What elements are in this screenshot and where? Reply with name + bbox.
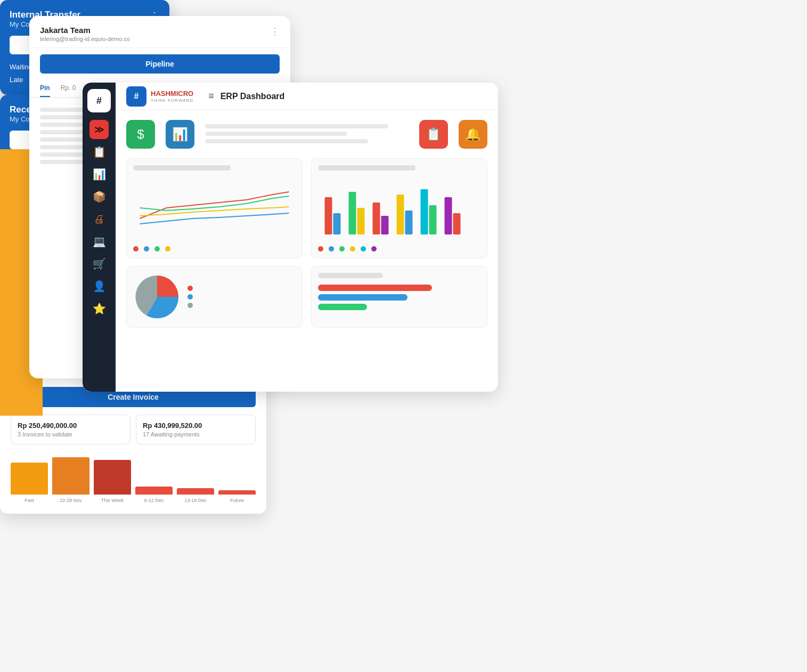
- invoice-amounts: Rp 250,490,000.00 3 Invoices to validate…: [11, 415, 256, 444]
- sidebar-icon-5[interactable]: 💻: [89, 232, 109, 251]
- sidebar-icon-active[interactable]: ≫: [89, 120, 109, 139]
- inv-label-6dec: 6-12 Dec: [144, 498, 164, 503]
- jakarta-title: Jakarta Team: [40, 26, 130, 35]
- metric-icon-doc: 📋: [419, 120, 448, 149]
- pipeline-button[interactable]: Pipeline: [40, 54, 280, 74]
- metric-icon-chart: 📊: [166, 120, 194, 149]
- line-chart-legend: [133, 246, 296, 252]
- h-bar-1: [318, 285, 480, 291]
- inv-bar-22nov-bar: [52, 457, 89, 495]
- erp-dashboard-title: ERP Dashboard: [221, 92, 285, 101]
- h-bar-3: [318, 304, 480, 310]
- svg-rect-5: [381, 216, 389, 234]
- pie-legend-2: [188, 294, 193, 299]
- inv-bar-22nov: [52, 457, 89, 495]
- jakarta-email: telering@trading-id.equio-demo.co: [40, 36, 130, 42]
- svg-rect-3: [357, 208, 365, 234]
- svg-rect-9: [429, 205, 437, 234]
- bar-chart-legend: [318, 246, 480, 252]
- sidebar-icon-2[interactable]: 📊: [89, 165, 109, 184]
- legend-dot-red: [133, 246, 138, 252]
- inv-label-13dec: 13-19 Dec: [184, 498, 207, 503]
- sidebar-icon-1[interactable]: 📋: [89, 142, 109, 161]
- svg-rect-10: [445, 197, 452, 234]
- bar-chart-svg: [318, 176, 480, 240]
- svg-rect-11: [453, 213, 461, 234]
- erp-logo: #: [87, 89, 111, 112]
- inv-bar-future-bar: [218, 490, 256, 495]
- bar-legend-dot-4: [350, 246, 355, 252]
- sidebar-icon-7[interactable]: 👤: [89, 277, 109, 296]
- line-chart-svg: [133, 176, 296, 240]
- jakarta-tab-rp[interactable]: Rp. 0: [61, 80, 76, 97]
- inv-bar-past-bar: [11, 463, 48, 495]
- pie-chart-box: [126, 266, 303, 328]
- invoice-bar-chart: Past 22-28 Nov This Week 6-12 Dec 13-19 …: [11, 452, 256, 503]
- inv-label-future: Future: [230, 498, 244, 503]
- erp-metrics-row: $ 📊 📋 🔔: [126, 120, 487, 149]
- pie-chart-svg: [133, 273, 181, 321]
- inv-bar-13dec: [177, 488, 214, 495]
- transfer-late-label: Late: [10, 76, 23, 84]
- erp-dashboard-card: # ≫ 📋 📊 📦 🖨 💻 🛒 👤 ⭐ # HASHMICRO THINK FO…: [83, 83, 498, 392]
- invoice-bar-labels: Past 22-28 Nov This Week 6-12 Dec 13-19 …: [11, 498, 256, 503]
- hm-logo-sub: THINK FORWARD: [151, 98, 193, 103]
- svg-rect-7: [405, 210, 413, 234]
- legend-dot-green: [154, 246, 160, 252]
- hamburger-icon[interactable]: ≡: [208, 91, 214, 102]
- jakarta-dots-menu[interactable]: ⋮: [270, 26, 280, 37]
- pie-legend-1: [188, 286, 193, 291]
- bar-legend-dot-1: [318, 246, 323, 252]
- bar-chart-title-bar: [318, 165, 415, 171]
- inv-label-past: Past: [25, 498, 34, 503]
- pie-legend: [188, 286, 193, 308]
- sidebar-icon-6[interactable]: 🛒: [89, 254, 109, 273]
- svg-rect-1: [333, 213, 341, 234]
- line-chart-title-bar: [133, 165, 231, 171]
- invoice-amt-label-2: 17 Awaiting payments: [143, 431, 249, 438]
- inv-bar-past: [11, 463, 48, 495]
- erp-charts-row: [126, 158, 487, 258]
- svg-rect-6: [397, 195, 404, 234]
- inv-label-22nov: 22-28 Nov: [60, 498, 82, 503]
- bar-chart-box: [311, 158, 487, 258]
- sidebar-icon-8[interactable]: ⭐: [89, 299, 109, 318]
- invoice-amt-val-2: Rp 430,999,520.00: [143, 422, 249, 430]
- inv-bar-thisweek-bar: [94, 460, 131, 495]
- hashmicro-logo: # HASHMICRO THINK FORWARD: [126, 86, 193, 107]
- invoice-amt-validate: Rp 250,490,000.00 3 Invoices to validate: [11, 415, 131, 444]
- svg-rect-0: [325, 197, 332, 234]
- svg-rect-4: [373, 203, 380, 234]
- legend-dot-yellow: [165, 246, 170, 252]
- h-bar-2: [318, 294, 480, 301]
- bar-legend-dot-2: [329, 246, 334, 252]
- inv-bar-future: [218, 490, 256, 495]
- h-bar-title: [318, 273, 383, 278]
- bar-legend-dot-6: [371, 246, 377, 252]
- invoice-amt-label-1: 3 Invoices to validate: [18, 431, 124, 438]
- hm-logo-icon: #: [126, 86, 146, 107]
- sidebar-icon-4[interactable]: 🖨: [89, 209, 109, 229]
- erp-sidebar: # ≫ 📋 📊 📦 🖨 💻 🛒 👤 ⭐: [83, 83, 116, 392]
- pie-legend-3: [188, 303, 193, 308]
- sidebar-icon-3[interactable]: 📦: [89, 187, 109, 206]
- inv-label-thisweek: This Week: [101, 498, 124, 503]
- line-chart-box: [126, 158, 303, 258]
- metric-icon-bell: 🔔: [459, 120, 487, 149]
- invoice-amt-val-1: Rp 250,490,000.00: [18, 422, 124, 430]
- bar-legend-dot-5: [361, 246, 366, 252]
- h-bar-chart-box: [311, 266, 487, 328]
- erp-bottom-row: [126, 266, 487, 328]
- legend-dot-blue: [144, 246, 149, 252]
- inv-bar-thisweek: [94, 460, 131, 495]
- svg-rect-8: [421, 189, 428, 234]
- inv-bar-13dec-bar: [177, 488, 214, 495]
- hm-logo-text: HASHMICRO: [151, 90, 193, 98]
- invoice-amt-awaiting: Rp 430,999,520.00 17 Awaiting payments: [136, 415, 256, 444]
- inv-bar-6dec: [135, 487, 173, 495]
- invoice-bars-row: [11, 452, 256, 495]
- metric-icon-dollar: $: [126, 120, 155, 149]
- erp-content: $ 📊 📋 🔔: [116, 110, 498, 392]
- jakarta-tab-pin[interactable]: Pin: [40, 80, 50, 97]
- svg-rect-2: [349, 192, 356, 234]
